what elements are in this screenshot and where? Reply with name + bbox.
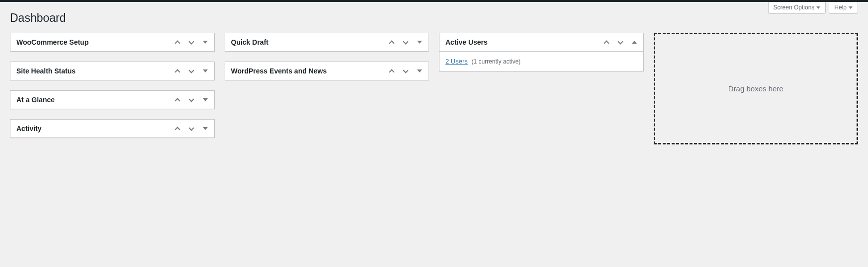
toggle-button[interactable] — [413, 34, 427, 50]
dashboard-columns: WooCommerce Setup Site Health Status — [10, 33, 858, 144]
chevron-up-icon — [604, 40, 609, 46]
postbox-activity: Activity — [10, 119, 215, 138]
triangle-down-icon — [203, 69, 208, 72]
content-wrap: Dashboard WooCommerce Setup Site Health … — [0, 2, 868, 144]
postbox-woocommerce-setup: WooCommerce Setup — [10, 33, 215, 52]
postbox-header[interactable]: At a Glance — [10, 91, 214, 109]
postbox-title[interactable]: WooCommerce Setup — [10, 33, 171, 51]
move-down-button[interactable] — [184, 121, 198, 136]
move-down-button[interactable] — [399, 63, 413, 79]
move-up-button[interactable] — [385, 34, 399, 50]
toggle-button[interactable] — [627, 34, 641, 50]
postbox-title[interactable]: Activity — [10, 120, 171, 137]
move-up-button[interactable] — [600, 34, 613, 50]
toggle-button[interactable] — [198, 92, 212, 108]
postbox-site-health-status: Site Health Status — [10, 62, 215, 80]
postbox-title[interactable]: Active Users — [439, 33, 600, 51]
chevron-up-icon — [174, 127, 180, 132]
postbox-header[interactable]: Quick Draft — [225, 33, 429, 51]
postbox-header[interactable]: Activity — [10, 120, 214, 137]
dashboard-col-2: Quick Draft WordPress Events and News — [225, 33, 430, 80]
move-up-button[interactable] — [385, 63, 399, 79]
postbox-handle-actions — [385, 63, 429, 79]
postbox-header[interactable]: WordPress Events and News — [225, 62, 429, 80]
help-button[interactable]: Help — [829, 2, 858, 14]
triangle-down-icon — [417, 69, 422, 72]
postbox-at-a-glance: At a Glance — [10, 90, 215, 109]
toggle-button[interactable] — [413, 63, 427, 79]
postbox-title[interactable]: At a Glance — [10, 91, 171, 109]
postbox-title[interactable]: Site Health Status — [10, 62, 171, 80]
move-up-button[interactable] — [171, 34, 184, 50]
chevron-down-icon — [188, 125, 194, 131]
toggle-button[interactable] — [198, 121, 212, 136]
triangle-down-icon — [203, 41, 208, 44]
move-up-button[interactable] — [171, 92, 184, 108]
chevron-down-icon — [403, 67, 408, 73]
move-up-button[interactable] — [171, 121, 184, 136]
triangle-up-icon — [632, 41, 637, 44]
drop-target[interactable]: Drag boxes here — [654, 33, 859, 144]
dashboard-col-4: Drag boxes here — [654, 33, 859, 144]
postbox-header[interactable]: WooCommerce Setup — [10, 33, 214, 51]
chevron-down-icon — [403, 39, 408, 44]
toggle-button[interactable] — [198, 34, 212, 50]
postbox-handle-actions — [171, 92, 214, 108]
toggle-button[interactable] — [198, 63, 212, 79]
postbox-handle-actions — [171, 121, 214, 136]
postbox-title[interactable]: WordPress Events and News — [225, 62, 385, 80]
chevron-down-icon — [188, 39, 194, 44]
screen-options-button[interactable]: Screen Options — [768, 2, 826, 14]
screen-options-label: Screen Options — [774, 4, 815, 11]
caret-down-icon — [816, 6, 820, 9]
active-users-detail: (1 currently active) — [471, 58, 521, 65]
postbox-handle-actions — [171, 63, 214, 79]
postbox-active-users: Active Users 2 Users (1 currently active… — [439, 33, 644, 71]
postbox-header[interactable]: Active Users — [439, 33, 643, 52]
chevron-down-icon — [617, 39, 623, 44]
move-down-button[interactable] — [184, 92, 198, 108]
active-users-link[interactable]: 2 Users — [445, 58, 468, 65]
chevron-down-icon — [188, 67, 194, 73]
help-label: Help — [834, 4, 847, 11]
dashboard-col-1: WooCommerce Setup Site Health Status — [10, 33, 215, 138]
page-title: Dashboard — [10, 7, 858, 33]
chevron-up-icon — [174, 98, 180, 103]
screen-meta-links: Screen Options Help — [768, 2, 858, 14]
caret-down-icon — [849, 6, 853, 9]
chevron-down-icon — [188, 96, 194, 102]
move-up-button[interactable] — [171, 63, 184, 79]
chevron-up-icon — [174, 69, 180, 74]
move-down-button[interactable] — [399, 34, 413, 50]
dashboard-col-3: Active Users 2 Users (1 currently active… — [439, 33, 644, 71]
chevron-up-icon — [389, 69, 394, 74]
postbox-header[interactable]: Site Health Status — [10, 62, 214, 80]
drop-target-label: Drag boxes here — [728, 84, 783, 93]
postbox-handle-actions — [385, 34, 429, 50]
postbox-quick-draft: Quick Draft — [225, 33, 430, 52]
chevron-up-icon — [174, 40, 180, 46]
triangle-down-icon — [203, 98, 208, 101]
postbox-title[interactable]: Quick Draft — [225, 33, 385, 51]
postbox-handle-actions — [171, 34, 214, 50]
triangle-down-icon — [203, 127, 208, 130]
postbox-handle-actions — [600, 34, 643, 50]
move-down-button[interactable] — [184, 34, 198, 50]
move-down-button[interactable] — [184, 63, 198, 79]
chevron-up-icon — [389, 40, 394, 46]
move-down-button[interactable] — [613, 34, 627, 50]
triangle-down-icon — [417, 41, 422, 44]
active-users-body: 2 Users (1 currently active) — [439, 52, 643, 71]
postbox-wp-events-news: WordPress Events and News — [225, 62, 430, 80]
